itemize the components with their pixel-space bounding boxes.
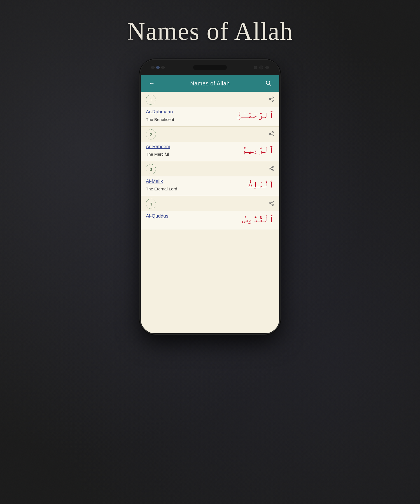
name-latin-block-2: Ar-Raheem The Merciful — [146, 144, 170, 157]
svg-line-11 — [270, 132, 272, 133]
name-meaning-2: The Merciful — [146, 152, 170, 157]
svg-line-6 — [270, 98, 272, 99]
back-button[interactable]: ← — [146, 78, 157, 89]
phone-top-bar — [140, 60, 280, 75]
number-badge-4: 4 — [146, 199, 156, 209]
name-arabic-3: ٱلْمَلِكُ — [248, 179, 274, 190]
item-content-3: Al-Malik The Eternal Lord ٱلْمَلِكُ — [141, 176, 279, 196]
item-content-1: Ar-Rahmaan The Beneficent ٱلرَّحْمَـٰنُ — [141, 107, 279, 126]
item-header-4: 4 — [141, 196, 279, 211]
front-camera — [259, 66, 263, 69]
share-icon-4[interactable] — [269, 200, 274, 207]
item-content-4: Al-Quddus ٱلْقُدُّوسُ — [141, 211, 279, 230]
list-item: 3 Al-Malik Th — [141, 161, 279, 196]
name-arabic-1: ٱلرَّحْمَـٰنُ — [237, 109, 274, 121]
item-content-2: Ar-Raheem The Merciful ٱلرَّحِيمُ — [141, 142, 279, 161]
phone-screen: ← Names of Allah 1 — [141, 75, 279, 333]
name-latin-block-1: Ar-Rahmaan The Beneficent — [146, 109, 174, 122]
sensor-dot-2 — [265, 66, 269, 69]
svg-line-15 — [270, 169, 272, 170]
svg-line-20 — [270, 204, 272, 204]
name-arabic-4: ٱلْقُدُّوسُ — [242, 213, 274, 225]
header-title: Names of Allah — [190, 80, 230, 87]
page-title: Names of Allah — [127, 17, 293, 46]
camera-dot-left — [151, 66, 155, 69]
names-list: 1 Ar-Rahmaan — [141, 92, 279, 333]
number-badge-1: 1 — [146, 95, 156, 105]
search-icon[interactable] — [263, 78, 274, 90]
name-meaning-1: The Beneficent — [146, 117, 174, 122]
share-icon-1[interactable] — [269, 96, 274, 103]
name-latin-4[interactable]: Al-Quddus — [146, 213, 168, 219]
phone-frame: ← Names of Allah 1 — [140, 60, 280, 334]
list-item: 4 Al-Quddus — [141, 196, 279, 230]
number-badge-2: 2 — [146, 129, 156, 139]
name-latin-1[interactable]: Ar-Rahmaan — [146, 109, 174, 115]
item-header-3: 3 — [141, 161, 279, 176]
svg-line-1 — [269, 84, 271, 85]
camera-dot-right — [161, 66, 165, 69]
name-latin-3[interactable]: Al-Malik — [146, 179, 177, 184]
speaker-grille — [204, 66, 220, 69]
app-header: ← Names of Allah — [141, 75, 279, 92]
item-header-2: 2 — [141, 127, 279, 142]
number-badge-3: 3 — [146, 164, 156, 174]
sensor-cluster — [254, 66, 269, 69]
svg-line-16 — [270, 167, 272, 168]
list-item: 1 Ar-Rahmaan — [141, 92, 279, 127]
svg-line-5 — [270, 99, 272, 100]
svg-line-21 — [270, 202, 272, 203]
item-header-1: 1 — [141, 92, 279, 107]
name-latin-block-3: Al-Malik The Eternal Lord — [146, 179, 177, 191]
camera-dot-center — [156, 66, 160, 69]
name-latin-block-4: Al-Quddus — [146, 213, 168, 219]
name-arabic-2: ٱلرَّحِيمُ — [242, 144, 274, 156]
list-item: 2 Ar-Raheem T — [141, 127, 279, 161]
name-latin-2[interactable]: Ar-Raheem — [146, 144, 170, 150]
share-icon-2[interactable] — [269, 131, 274, 138]
svg-line-10 — [270, 134, 272, 135]
sensor-dot-1 — [254, 66, 257, 69]
name-meaning-3: The Eternal Lord — [146, 186, 177, 191]
share-icon-3[interactable] — [269, 166, 274, 173]
